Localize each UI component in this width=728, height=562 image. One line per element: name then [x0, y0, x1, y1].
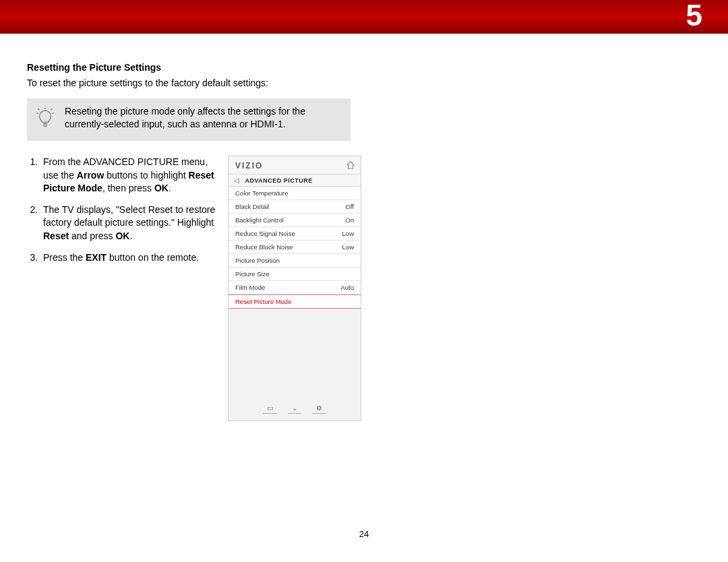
lightbulb-icon — [36, 105, 55, 134]
step-1: From the ADVANCED PICTURE menu, use the … — [40, 156, 217, 195]
tv-menu-screenshot: VIZIO ◁ ADVANCED PICTURE Color Temperatu… — [228, 156, 361, 421]
svg-line-5 — [53, 113, 54, 114]
menu-list: Color Temperature Black DetailOff Backli… — [229, 187, 361, 309]
steps-list: From the ADVANCED PICTURE menu, use the … — [27, 156, 217, 272]
menu-breadcrumb: ◁ ADVANCED PICTURE — [229, 175, 361, 187]
svg-line-4 — [36, 113, 38, 114]
menu-header: VIZIO — [229, 156, 361, 175]
header-band: 5 — [0, 0, 728, 34]
menu-item: Reduce Block NoiseLow — [229, 241, 361, 254]
menu-item: Film ModeAuto — [229, 281, 361, 294]
brand-logo: VIZIO — [235, 161, 263, 170]
tip-callout: Reseting the picture mode only affects t… — [27, 98, 351, 141]
step-3: Press the EXIT button on the remote. — [40, 251, 217, 265]
back-icon: ◁ — [234, 177, 240, 184]
gear-icon: ⚙ — [312, 404, 326, 414]
tip-text: Reseting the picture mode only affects t… — [65, 105, 342, 131]
chevron-down-icon: ⌄ — [288, 404, 301, 414]
main-content: Resetting the Picture Settings To reset … — [0, 34, 377, 421]
svg-line-7 — [51, 108, 53, 110]
menu-item: Picture Position — [229, 254, 361, 268]
menu-item: Picture Size — [229, 268, 361, 281]
menu-item: Backlight ControlOn — [229, 214, 361, 227]
page-number: 24 — [359, 529, 369, 539]
menu-item: Color Temperature — [229, 187, 361, 200]
menu-title: ADVANCED PICTURE — [245, 177, 313, 184]
wide-icon: ▭ — [263, 404, 277, 414]
menu-item: Black DetailOff — [229, 200, 361, 214]
menu-footer-icons: ▭ ⌄ ⚙ — [229, 400, 361, 420]
svg-line-6 — [38, 108, 39, 110]
chapter-number: 5 — [686, 0, 702, 32]
home-icon — [346, 160, 355, 171]
menu-item: Reduce Signal NoiseLow — [229, 227, 361, 241]
menu-item-highlighted: Reset Picture Mode — [229, 294, 361, 309]
section-title: Resetting the Picture Settings — [27, 62, 351, 73]
intro-text: To reset the picture settings to the fac… — [27, 77, 351, 89]
step-2: The TV displays, "Select Reset to restor… — [40, 204, 217, 243]
